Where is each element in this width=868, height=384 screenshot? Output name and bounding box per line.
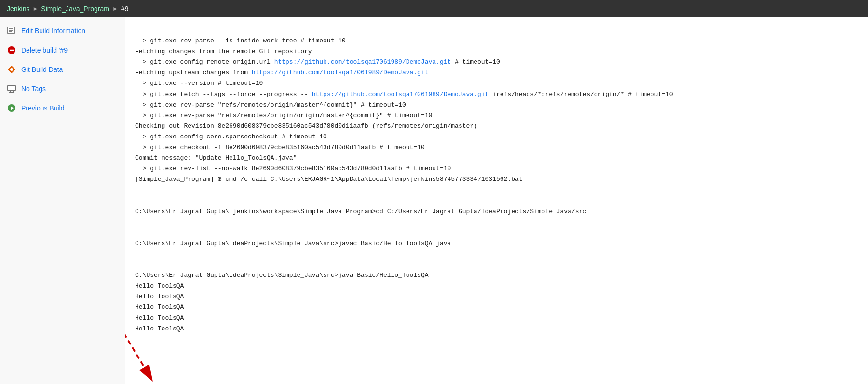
sidebar-item-git-build-data[interactable]: Git Build Data: [0, 60, 125, 79]
console-line-21: Hello ToolsQA: [135, 315, 184, 322]
edit-icon: [7, 26, 16, 36]
main-console-area[interactable]: > git.exe rev-parse --is-inside-work-tre…: [125, 17, 868, 384]
sidebar-item-previous-build[interactable]: Previous Build: [0, 98, 125, 118]
arrow-annotation-container: C:\Users\Er Jagrat Gupta\IdeaProjects\Si…: [158, 377, 383, 384]
dashed-red-arrow: [125, 329, 172, 384]
sidebar: Edit Build Information Delete build '#9'…: [0, 17, 125, 384]
console-line-9: Checking out Revision 8e2690d608379cbe83…: [135, 123, 477, 130]
console-line-1: > git.exe rev-parse --is-inside-work-tre…: [135, 37, 346, 44]
console-line-11: > git.exe checkout -f 8e2690d608379cbe83…: [135, 144, 425, 151]
console-line-8: > git.exe rev-parse "refs/remotes/origin…: [135, 112, 432, 119]
console-line-15: C:\Users\Er Jagrat Gupta\.jenkins\worksp…: [135, 208, 586, 215]
sidebar-item-edit-build-info[interactable]: Edit Build Information: [0, 21, 125, 41]
console-line-22: Hello ToolsQA: [135, 325, 184, 332]
console-line-7: > git.exe rev-parse "refs/remotes/origin…: [135, 101, 406, 109]
git-icon: [7, 65, 16, 74]
console-line-2: Fetching changes from the remote Git rep…: [135, 48, 312, 55]
console-line-6: > git.exe fetch --tags --force --progres…: [135, 91, 673, 98]
console-line-14: [Simple_Java_Program] $ cmd /c call C:\U…: [135, 176, 523, 183]
breadcrumb-jenkins[interactable]: Jenkins: [7, 5, 29, 13]
breadcrumb-project[interactable]: Simple_Java_Program: [41, 5, 109, 13]
console-line-16: C:\Users\Er Jagrat Gupta\IdeaProjects\Si…: [135, 240, 451, 247]
console-line-17: C:\Users\Er Jagrat Gupta\IdeaProjects\Si…: [135, 272, 429, 279]
console-line-5: > git.exe --version # timeout=10: [135, 80, 263, 87]
console-line-3: > git.exe config remote.origin.url https…: [135, 58, 500, 66]
sidebar-label-no-tags: No Tags: [21, 85, 46, 93]
monitor-icon: [7, 84, 16, 94]
console-line-18: Hello ToolsQA: [135, 282, 184, 289]
main-layout: Edit Build Information Delete build '#9'…: [0, 17, 868, 384]
console-line-19: Hello ToolsQA: [135, 293, 184, 300]
svg-line-15: [125, 333, 153, 382]
sidebar-label-git-build-data: Git Build Data: [21, 66, 63, 73]
breadcrumb-bar: Jenkins ► Simple_Java_Program ► #9: [0, 0, 868, 17]
sidebar-label-previous-build: Previous Build: [21, 104, 65, 112]
console-line-10: > git.exe config core.sparsecheckout # t…: [135, 133, 327, 140]
console-line-13: > git.exe rev-list --no-walk 8e2690d6083…: [135, 165, 451, 172]
link-fetch[interactable]: https://github.com/toolsqa17061989/DemoJ…: [312, 91, 489, 98]
delete-icon: [7, 45, 16, 55]
previous-build-icon: [7, 103, 16, 113]
console-line-4: Fetching upstream changes from https://g…: [135, 69, 429, 76]
sep1: ►: [32, 5, 38, 12]
sidebar-label-delete-build: Delete build '#9': [21, 46, 69, 54]
console-output: > git.exe rev-parse --is-inside-work-tre…: [135, 25, 858, 384]
sidebar-label-edit-build-info: Edit Build Information: [21, 27, 85, 35]
svg-rect-8: [8, 85, 15, 91]
console-line-12: Commit message: "Update Hello_ToolsQA.ja…: [135, 154, 297, 162]
sep2: ►: [112, 5, 118, 12]
sidebar-item-no-tags[interactable]: No Tags: [0, 79, 125, 98]
sidebar-item-delete-build[interactable]: Delete build '#9': [0, 41, 125, 60]
link-upstream[interactable]: https://github.com/toolsqa17061989/DemoJ…: [252, 69, 429, 76]
svg-point-7: [10, 68, 13, 71]
link-remote-url[interactable]: https://github.com/toolsqa17061989/DemoJ…: [274, 58, 451, 66]
console-line-20: Hello ToolsQA: [135, 303, 184, 311]
breadcrumb-build: #9: [121, 5, 129, 13]
